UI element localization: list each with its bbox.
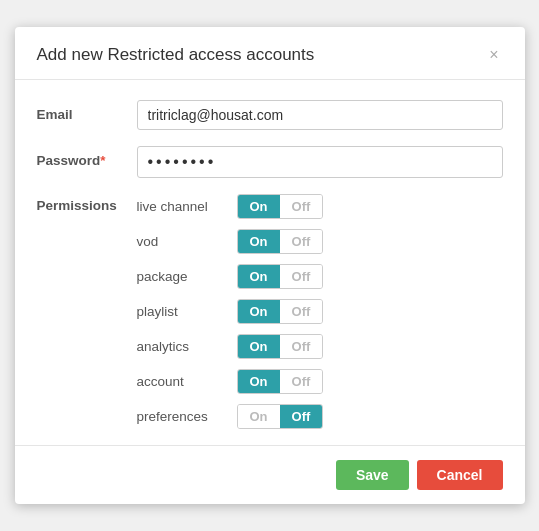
permission-row: packageOnOff [137,264,503,289]
dialog-title: Add new Restricted access accounts [37,45,315,65]
toggle-group-playlist: OnOff [237,299,324,324]
permission-row: preferencesOnOff [137,404,503,429]
email-label: Email [37,100,137,122]
permission-name-playlist: playlist [137,304,237,319]
permissions-section: Permissions live channelOnOffvodOnOffpac… [37,194,503,429]
toggle-group-live_channel: OnOff [237,194,324,219]
permissions-list: live channelOnOffvodOnOffpackageOnOffpla… [137,194,503,429]
toggle-on-preferences[interactable]: On [238,405,280,428]
dialog-footer: Save Cancel [15,445,525,504]
password-input[interactable] [137,146,503,178]
toggle-off-analytics[interactable]: Off [280,335,323,358]
toggle-on-analytics[interactable]: On [238,335,280,358]
email-row: Email [37,100,503,130]
email-input[interactable] [137,100,503,130]
password-row: Password* [37,146,503,178]
toggle-on-account[interactable]: On [238,370,280,393]
toggle-on-live_channel[interactable]: On [238,195,280,218]
permissions-label: Permissions [37,194,137,213]
permission-name-vod: vod [137,234,237,249]
close-button[interactable]: × [485,45,502,65]
dialog-body: Email Password* Permissions live channel… [15,80,525,445]
permission-name-analytics: analytics [137,339,237,354]
toggle-off-package[interactable]: Off [280,265,323,288]
save-button[interactable]: Save [336,460,409,490]
permission-row: accountOnOff [137,369,503,394]
toggle-group-preferences: OnOff [237,404,324,429]
toggle-group-vod: OnOff [237,229,324,254]
toggle-off-vod[interactable]: Off [280,230,323,253]
toggle-off-playlist[interactable]: Off [280,300,323,323]
permission-row: live channelOnOff [137,194,503,219]
permission-row: analyticsOnOff [137,334,503,359]
toggle-on-vod[interactable]: On [238,230,280,253]
toggle-group-analytics: OnOff [237,334,324,359]
permission-name-package: package [137,269,237,284]
dialog-header: Add new Restricted access accounts × [15,27,525,80]
password-label: Password* [37,146,137,168]
toggle-off-live_channel[interactable]: Off [280,195,323,218]
permission-name-live_channel: live channel [137,199,237,214]
permission-row: vodOnOff [137,229,503,254]
toggle-on-package[interactable]: On [238,265,280,288]
permission-row: playlistOnOff [137,299,503,324]
permission-name-account: account [137,374,237,389]
toggle-on-playlist[interactable]: On [238,300,280,323]
toggle-off-preferences[interactable]: Off [280,405,323,428]
toggle-off-account[interactable]: Off [280,370,323,393]
dialog: Add new Restricted access accounts × Ema… [15,27,525,504]
toggle-group-package: OnOff [237,264,324,289]
toggle-group-account: OnOff [237,369,324,394]
cancel-button[interactable]: Cancel [417,460,503,490]
permission-name-preferences: preferences [137,409,237,424]
